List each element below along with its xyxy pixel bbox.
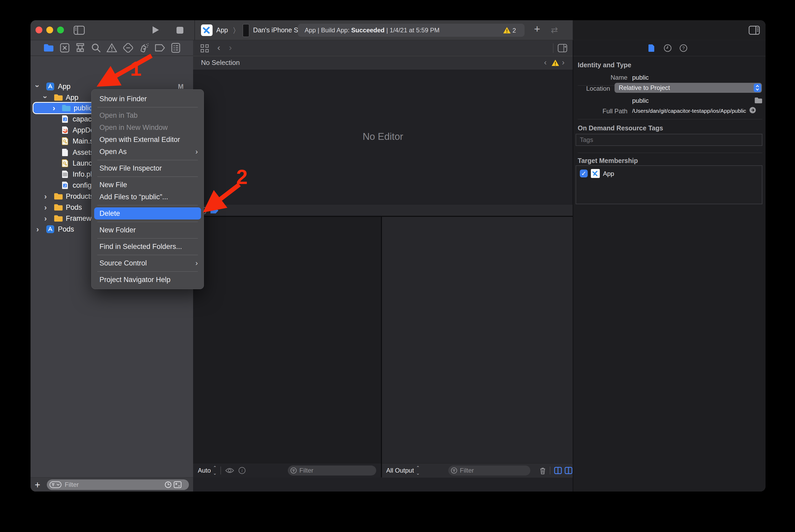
title-bar: App 〉 Dan's iPhone SE App | Build App: S… bbox=[31, 20, 765, 40]
tags-input[interactable]: Tags bbox=[576, 134, 762, 146]
add-editor-icon[interactable] bbox=[558, 44, 567, 52]
menu-separator bbox=[92, 203, 204, 207]
variables-scope-select[interactable]: Auto bbox=[198, 467, 211, 474]
scheme-name[interactable]: App bbox=[216, 26, 228, 34]
toggle-inspector-icon[interactable] bbox=[749, 26, 760, 35]
run-button[interactable] bbox=[152, 26, 159, 34]
menu-item-project-navigator-help[interactable]: Project Navigator Help bbox=[92, 273, 204, 286]
status-text: App | Build App: Succeeded | 1/4/21 at 5… bbox=[305, 26, 439, 34]
choose-folder-icon[interactable] bbox=[754, 97, 763, 104]
source-control-navigator-tab-icon[interactable] bbox=[60, 43, 70, 53]
menu-item-add-files[interactable]: Add Files to “public”... bbox=[92, 191, 204, 203]
menu-separator bbox=[92, 252, 204, 257]
disclosure-closed-icon[interactable]: › bbox=[44, 214, 47, 222]
jump-bar[interactable]: No Selection ‹ › bbox=[193, 56, 573, 70]
submenu-arrow-icon: › bbox=[196, 257, 198, 269]
toggle-navigator-icon[interactable] bbox=[74, 26, 85, 35]
history-inspector-tab-icon[interactable] bbox=[664, 44, 672, 52]
go-forward-icon[interactable]: › bbox=[229, 42, 232, 53]
target-app-icon bbox=[591, 169, 600, 178]
clear-console-icon[interactable] bbox=[539, 467, 546, 475]
minimize-window-button[interactable] bbox=[46, 26, 53, 33]
name-value[interactable]: public bbox=[632, 74, 649, 81]
menu-item-find-in-selected-folders[interactable]: Find in Selected Folders... bbox=[92, 241, 204, 252]
menu-item-source-control[interactable]: Source Control› bbox=[92, 257, 204, 269]
library-add-icon[interactable]: + bbox=[534, 23, 540, 35]
name-label: Name bbox=[591, 74, 628, 81]
console-scope-select[interactable]: All Output bbox=[386, 467, 414, 474]
disclosure-closed-icon[interactable]: › bbox=[44, 204, 47, 211]
file-inspector-tab-icon[interactable] bbox=[648, 44, 655, 52]
variables-filter-field[interactable]: Filter bbox=[288, 466, 376, 475]
dropdown-stepper-icon bbox=[754, 83, 761, 92]
issue-warning-icon[interactable] bbox=[552, 59, 559, 66]
folder-icon bbox=[54, 193, 63, 200]
show-only-icon[interactable] bbox=[225, 467, 234, 474]
menu-item-new-file[interactable]: New File bbox=[92, 179, 204, 191]
submenu-arrow-icon: › bbox=[196, 146, 198, 158]
report-navigator-tab-icon[interactable] bbox=[171, 43, 180, 53]
console-filter-field[interactable]: Filter bbox=[448, 466, 530, 475]
menu-item-open-with-external-editor[interactable]: Open with External Editor bbox=[92, 134, 204, 146]
console-view[interactable] bbox=[382, 217, 573, 463]
menu-item-show-in-finder[interactable]: Show in Finder bbox=[92, 93, 204, 105]
fullpath-value: /Users/dan/git/capacitor-testapp/ios/App… bbox=[632, 108, 746, 114]
disclosure-closed-icon[interactable]: › bbox=[53, 104, 55, 112]
activity-status[interactable]: App | Build App: Succeeded | 1/4/21 at 5… bbox=[298, 24, 525, 37]
stop-button[interactable] bbox=[177, 27, 183, 34]
symbol-navigator-tab-icon[interactable] bbox=[75, 43, 85, 53]
show-console-view-icon[interactable] bbox=[564, 467, 573, 474]
run-destination[interactable]: Dan's iPhone SE bbox=[253, 26, 303, 34]
close-window-button[interactable] bbox=[36, 26, 42, 33]
debug-split-handle[interactable] bbox=[381, 217, 382, 477]
info-icon[interactable]: i bbox=[238, 467, 246, 474]
menu-item-show-file-inspector[interactable]: Show File Inspector bbox=[92, 162, 204, 174]
find-navigator-tab-icon[interactable] bbox=[91, 43, 101, 53]
swap-editor-icon: ⇄ bbox=[551, 25, 558, 35]
editor-area: ‹ › No Selection ‹ › bbox=[193, 40, 573, 492]
menu-item-delete[interactable]: Delete bbox=[94, 207, 201, 220]
disclosure-closed-icon[interactable]: › bbox=[36, 225, 39, 233]
filter-icon bbox=[451, 467, 457, 474]
disclosure-closed-icon[interactable]: › bbox=[44, 192, 47, 200]
add-item-icon[interactable]: + bbox=[35, 479, 40, 491]
show-variables-view-icon[interactable] bbox=[554, 467, 562, 474]
help-inspector-tab-icon[interactable]: ? bbox=[680, 44, 687, 52]
breakpoint-toggle-icon[interactable] bbox=[210, 207, 219, 214]
target-checkbox[interactable]: ✓ bbox=[580, 170, 588, 177]
svg-text:?: ? bbox=[682, 46, 685, 51]
open-path-arrow-icon[interactable] bbox=[749, 107, 756, 114]
menu-separator bbox=[92, 105, 204, 109]
next-issue-icon[interactable]: › bbox=[562, 58, 564, 67]
location-dropdown[interactable]: Relative to Project bbox=[615, 83, 762, 93]
file-icon-swift bbox=[61, 126, 68, 134]
filter-icon bbox=[50, 481, 61, 488]
menu-separator bbox=[92, 174, 204, 179]
titlebar-inspector-zone bbox=[573, 20, 765, 40]
debug-navigator-tab-icon[interactable] bbox=[140, 43, 149, 53]
prev-issue-icon[interactable]: ‹ bbox=[544, 58, 547, 67]
folder-icon bbox=[54, 204, 63, 211]
go-back-icon[interactable]: ‹ bbox=[217, 42, 220, 53]
menu-separator bbox=[92, 158, 204, 162]
divider bbox=[578, 153, 762, 153]
breakpoint-navigator-tab-icon[interactable] bbox=[155, 44, 165, 52]
navigator-filter-bar: + Filter bbox=[31, 477, 193, 492]
target-membership-box: ✓ App bbox=[576, 165, 762, 204]
disclosure-open-icon[interactable]: › bbox=[34, 85, 41, 88]
menu-item-open-as[interactable]: Open As› bbox=[92, 146, 204, 158]
recent-files-icon[interactable] bbox=[165, 481, 171, 488]
source-control-filter-icon[interactable] bbox=[174, 481, 182, 488]
menu-item-new-folder[interactable]: New Folder bbox=[92, 224, 204, 236]
disclosure-open-icon[interactable]: › bbox=[41, 96, 50, 99]
issue-navigator-tab-icon[interactable] bbox=[107, 43, 117, 53]
app-scheme-icon[interactable] bbox=[201, 24, 213, 36]
related-items-icon[interactable] bbox=[200, 44, 209, 53]
warning-icon[interactable] bbox=[503, 26, 511, 34]
project-navigator-tab-icon[interactable] bbox=[43, 43, 54, 52]
navigator-filter-field[interactable]: Filter bbox=[47, 479, 189, 490]
variables-bottom-bar: Auto ⌃⌄ i F bbox=[193, 463, 381, 478]
context-menu: Show in Finder Open in Tab Open in New W… bbox=[91, 89, 204, 289]
test-navigator-tab-icon[interactable] bbox=[123, 43, 133, 53]
zoom-window-button[interactable] bbox=[57, 26, 64, 33]
